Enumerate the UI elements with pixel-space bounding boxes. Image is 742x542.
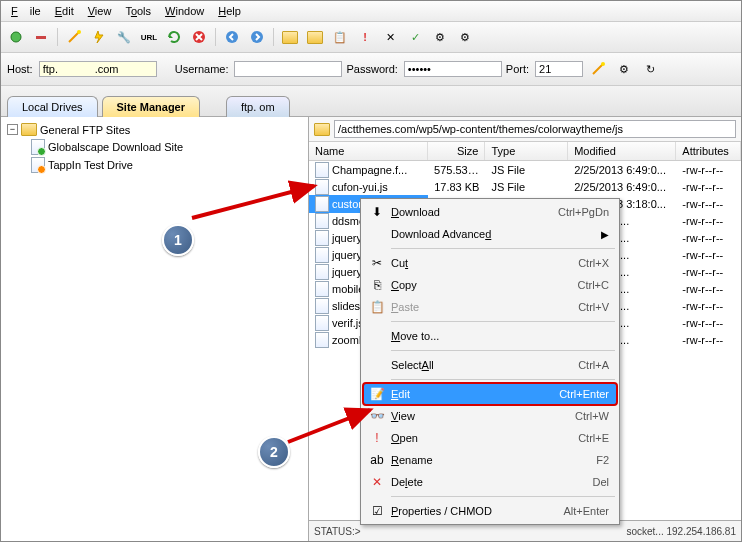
file-icon — [315, 213, 329, 229]
col-type[interactable]: Type — [485, 142, 568, 160]
file-icon — [315, 332, 329, 348]
copy-icon: ⎘ — [369, 277, 385, 293]
svg-rect-1 — [36, 36, 46, 39]
ctx-select-all[interactable]: Select AllCtrl+A — [363, 354, 617, 376]
host-input[interactable] — [39, 61, 157, 77]
status-left: STATUS:> — [314, 526, 361, 537]
file-icon — [315, 264, 329, 280]
tree-item-tappin[interactable]: TappIn Test Drive — [31, 156, 302, 174]
file-icon — [315, 247, 329, 263]
tab-strip: Local Drives Site Manager ftp. om — [1, 86, 741, 117]
menu-tools[interactable]: Tools — [119, 3, 157, 19]
html-icon[interactable]: URL — [138, 26, 160, 48]
col-name[interactable]: Name — [309, 142, 428, 160]
svg-point-6 — [601, 62, 605, 66]
file-icon — [315, 179, 329, 195]
check-icon[interactable]: ✓ — [404, 26, 426, 48]
tab-local-drives[interactable]: Local Drives — [7, 96, 98, 117]
tool-icon[interactable]: 🔧 — [113, 26, 135, 48]
menu-view[interactable]: View — [82, 3, 118, 19]
folder-up-icon[interactable] — [304, 26, 326, 48]
ctx-copy[interactable]: ⎘CopyCtrl+C — [363, 274, 617, 296]
cut-icon: ✂ — [369, 255, 385, 271]
back-icon[interactable] — [221, 26, 243, 48]
disconnect-icon[interactable] — [30, 26, 52, 48]
refresh-icon[interactable] — [163, 26, 185, 48]
svg-point-2 — [77, 30, 81, 34]
svg-point-5 — [251, 31, 263, 43]
download-icon: ⬇ — [369, 204, 385, 220]
svg-point-0 — [11, 32, 21, 42]
properties-icon: ☑ — [369, 503, 385, 519]
password-label: Password: — [346, 63, 397, 75]
note-icon[interactable]: 📋 — [329, 26, 351, 48]
file-icon — [315, 196, 329, 212]
ctx-open[interactable]: !OpenCtrl+E — [363, 427, 617, 449]
file-icon — [315, 281, 329, 297]
context-menu: ⬇DownloadCtrl+PgDn Download Advanced▶ ✂C… — [360, 198, 620, 525]
stop-icon[interactable] — [188, 26, 210, 48]
menu-file[interactable]: File — [5, 3, 47, 19]
password-input[interactable] — [404, 61, 502, 77]
main-toolbar: 🔧 URL 📋 ! ✕ ✓ ⚙ ⚙ — [1, 22, 741, 53]
file-icon — [315, 230, 329, 246]
col-modified[interactable]: Modified — [568, 142, 676, 160]
cancel-icon[interactable]: ✕ — [379, 26, 401, 48]
file-icon — [315, 315, 329, 331]
file-icon — [315, 162, 329, 178]
status-right: socket... 192.254.186.81 — [626, 526, 736, 537]
tab-remote[interactable]: ftp. om — [226, 96, 290, 117]
ctx-move-to[interactable]: Move to... — [363, 325, 617, 347]
file-row[interactable]: cufon-yui.js17.83 KBJS File2/25/2013 6:4… — [309, 178, 741, 195]
gear-icon[interactable]: ⚙ — [429, 26, 451, 48]
port-input[interactable] — [535, 61, 583, 77]
reconnect-icon[interactable]: ↻ — [639, 58, 661, 80]
folder-icon — [21, 123, 37, 136]
ctx-cut[interactable]: ✂CutCtrl+X — [363, 252, 617, 274]
ctx-view[interactable]: 👓ViewCtrl+W — [363, 405, 617, 427]
delete-icon: ✕ — [369, 474, 385, 490]
ctx-rename[interactable]: abRenameF2 — [363, 449, 617, 471]
connect-icon[interactable] — [5, 26, 27, 48]
site-tree: − General FTP Sites Globalscape Download… — [1, 117, 309, 541]
tree-collapse-icon[interactable]: − — [7, 124, 18, 135]
port-label: Port: — [506, 63, 529, 75]
ctx-paste: 📋PasteCtrl+V — [363, 296, 617, 318]
gear2-icon[interactable]: ⚙ — [454, 26, 476, 48]
path-input[interactable] — [334, 120, 736, 138]
ctx-delete[interactable]: ✕DeleteDel — [363, 471, 617, 493]
username-input[interactable] — [234, 61, 342, 77]
tab-site-manager[interactable]: Site Manager — [102, 96, 200, 117]
ctx-properties[interactable]: ☑Properties / CHMODAlt+Enter — [363, 500, 617, 522]
ctx-edit[interactable]: 📝EditCtrl+Enter — [363, 383, 617, 405]
col-size[interactable]: Size — [428, 142, 485, 160]
site-icon — [31, 157, 45, 173]
menu-edit[interactable]: Edit — [49, 3, 80, 19]
edit-icon: 📝 — [369, 386, 385, 402]
alert-icon[interactable]: ! — [354, 26, 376, 48]
file-row[interactable]: Champagne.f...575.53 ...JS File2/25/2013… — [309, 161, 741, 178]
forward-icon[interactable] — [246, 26, 268, 48]
rename-icon: ab — [369, 452, 385, 468]
lightning-icon[interactable] — [88, 26, 110, 48]
connection-bar: Host: Username: Password: Port: ⚙ ↻ — [1, 53, 741, 86]
tree-item-globalscape[interactable]: Globalscape Download Site — [31, 138, 302, 156]
menu-help[interactable]: Help — [212, 3, 247, 19]
ctx-download[interactable]: ⬇DownloadCtrl+PgDn — [363, 201, 617, 223]
host-label: Host: — [7, 63, 33, 75]
tree-root-label[interactable]: General FTP Sites — [40, 124, 130, 136]
connect-button-icon[interactable] — [587, 58, 609, 80]
file-icon — [315, 298, 329, 314]
folder-icon[interactable] — [279, 26, 301, 48]
site-icon — [31, 139, 45, 155]
menubar: File Edit View Tools Window Help — [1, 1, 741, 22]
wizard-icon[interactable] — [63, 26, 85, 48]
settings-icon[interactable]: ⚙ — [613, 58, 635, 80]
file-list-header: Name Size Type Modified Attributes — [309, 142, 741, 161]
open-icon: ! — [369, 430, 385, 446]
menu-window[interactable]: Window — [159, 3, 210, 19]
paste-icon: 📋 — [369, 299, 385, 315]
username-label: Username: — [175, 63, 229, 75]
ctx-download-advanced[interactable]: Download Advanced▶ — [363, 223, 617, 245]
col-attributes[interactable]: Attributes — [676, 142, 741, 160]
